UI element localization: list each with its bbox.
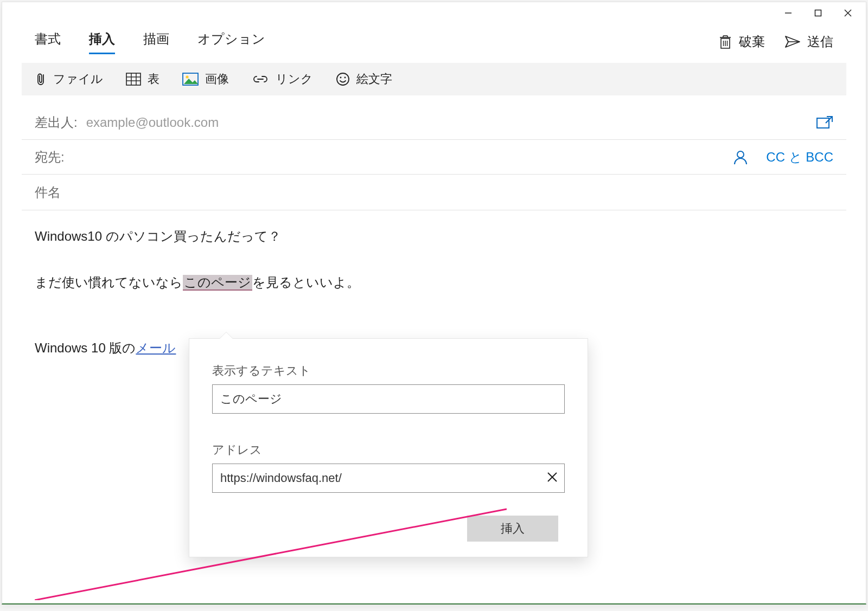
tab-insert[interactable]: 挿入	[89, 30, 115, 53]
body-line-2-suffix: を見るといいよ。	[252, 275, 360, 290]
insert-link-label: リンク	[276, 71, 313, 87]
compose-fields: 差出人: example@outlook.com 宛先:	[2, 95, 866, 210]
address-label: アドレス	[212, 442, 565, 458]
svg-point-23	[344, 77, 346, 79]
subject-row[interactable]: 件名	[22, 175, 846, 210]
insert-link-dialog: 表示するテキスト アドレス 挿入	[189, 338, 588, 557]
ribbon-tabs-row: 書式 挿入 描画 オプション 破棄	[2, 24, 866, 57]
popout-icon[interactable]	[816, 115, 833, 130]
insert-link-button[interactable]: リンク	[252, 71, 313, 87]
insert-emoji-label: 絵文字	[356, 71, 392, 87]
to-label: 宛先:	[35, 149, 65, 166]
cc-bcc-link[interactable]: CC と BCC	[766, 149, 833, 166]
minimize-button[interactable]	[773, 4, 803, 22]
close-button[interactable]	[833, 4, 863, 22]
svg-rect-24	[817, 118, 829, 128]
svg-point-21	[337, 73, 349, 85]
to-row[interactable]: 宛先: CC と BCC	[22, 140, 846, 175]
contact-picker-icon[interactable]	[733, 150, 748, 165]
insert-image-label: 画像	[205, 71, 229, 87]
compose-actions: 破棄 送信	[718, 33, 833, 50]
ribbon-tabs: 書式 挿入 描画 オプション	[35, 30, 265, 53]
body-line-3-prefix: Windows 10 版の	[35, 340, 136, 355]
body-line-1: Windows10 のパソコン買ったんだって？	[35, 226, 833, 248]
discard-button[interactable]: 破棄	[718, 33, 765, 50]
display-text-input[interactable]	[212, 384, 565, 414]
trash-icon	[718, 34, 732, 49]
address-input[interactable]	[212, 464, 565, 493]
discard-label: 破棄	[739, 33, 765, 50]
paperclip-icon	[36, 72, 47, 86]
from-label: 差出人:	[35, 114, 78, 131]
subject-placeholder: 件名	[35, 184, 61, 201]
svg-point-26	[737, 151, 744, 158]
insert-ribbon: ファイル 表 画像	[22, 63, 846, 95]
body-line-2: まだ使い慣れてないならこのページを見るといいよ。	[35, 272, 833, 294]
image-icon	[182, 73, 199, 86]
table-icon	[126, 73, 141, 86]
emoji-icon	[336, 72, 350, 86]
send-icon	[784, 35, 801, 49]
insert-file-label: ファイル	[53, 71, 103, 87]
insert-table-button[interactable]: 表	[126, 71, 159, 87]
window-titlebar	[2, 2, 866, 24]
maximize-button[interactable]	[803, 4, 833, 22]
svg-rect-13	[126, 73, 141, 85]
display-text-label: 表示するテキスト	[212, 363, 565, 379]
maximize-icon	[814, 9, 822, 17]
send-button[interactable]: 送信	[784, 33, 833, 50]
svg-point-19	[186, 75, 188, 78]
insert-image-button[interactable]: 画像	[182, 71, 229, 87]
from-row: 差出人: example@outlook.com	[22, 105, 846, 140]
insert-emoji-button[interactable]: 絵文字	[336, 71, 392, 87]
insert-file-button[interactable]: ファイル	[36, 71, 103, 87]
selected-hyperlink[interactable]: このページ	[183, 275, 252, 291]
message-body[interactable]: Windows10 のパソコン買ったんだって？ まだ使い慣れてないならこのページ…	[2, 210, 866, 359]
body-mail-link[interactable]: メール	[136, 340, 176, 355]
clear-address-button[interactable]	[546, 471, 558, 485]
tab-options[interactable]: オプション	[197, 30, 265, 53]
mail-compose-window: 書式 挿入 描画 オプション 破棄	[2, 2, 866, 604]
tab-draw[interactable]: 描画	[143, 30, 169, 53]
send-label: 送信	[807, 33, 833, 50]
link-icon	[252, 74, 269, 85]
insert-table-label: 表	[148, 71, 159, 87]
tab-format[interactable]: 書式	[35, 30, 61, 53]
insert-link-confirm-button[interactable]: 挿入	[467, 516, 558, 542]
minimize-icon	[784, 9, 793, 17]
svg-rect-1	[815, 10, 821, 16]
close-icon	[843, 8, 853, 18]
clear-icon	[546, 471, 558, 483]
from-value[interactable]: example@outlook.com	[86, 115, 219, 130]
svg-point-22	[340, 77, 342, 79]
body-line-2-prefix: まだ使い慣れてないなら	[35, 275, 183, 290]
